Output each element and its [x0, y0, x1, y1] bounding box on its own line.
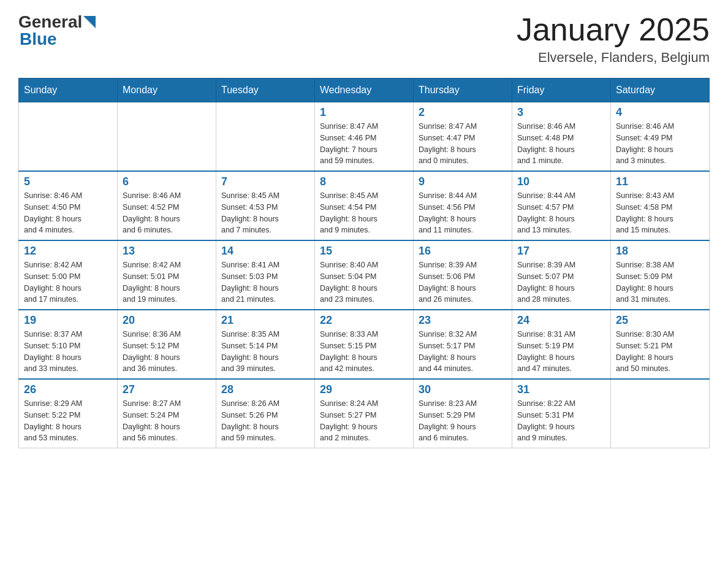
- day-number: 11: [616, 175, 704, 188]
- svg-marker-0: [83, 16, 96, 28]
- calendar-table: SundayMondayTuesdayWednesdayThursdayFrid…: [18, 78, 710, 448]
- day-info: Sunrise: 8:23 AMSunset: 5:29 PMDaylight:…: [419, 398, 507, 444]
- day-info: Sunrise: 8:32 AMSunset: 5:17 PMDaylight:…: [419, 329, 507, 375]
- calendar-cell: 17Sunrise: 8:39 AMSunset: 5:07 PMDayligh…: [512, 240, 611, 310]
- calendar-cell: 21Sunrise: 8:35 AMSunset: 5:14 PMDayligh…: [216, 310, 315, 379]
- day-info: Sunrise: 8:26 AMSunset: 5:26 PMDaylight:…: [221, 398, 309, 444]
- day-info: Sunrise: 8:29 AMSunset: 5:22 PMDaylight:…: [24, 398, 112, 444]
- day-info: Sunrise: 8:33 AMSunset: 5:15 PMDaylight:…: [320, 329, 408, 375]
- logo-arrow-icon: [83, 16, 96, 28]
- calendar-cell: 14Sunrise: 8:41 AMSunset: 5:03 PMDayligh…: [216, 240, 315, 310]
- calendar-cell: 16Sunrise: 8:39 AMSunset: 5:06 PMDayligh…: [414, 240, 512, 310]
- title-section: January 2025 Elversele, Flanders, Belgiu…: [517, 12, 710, 66]
- calendar-cell: 1Sunrise: 8:47 AMSunset: 4:46 PMDaylight…: [315, 102, 414, 172]
- day-number: 28: [221, 383, 309, 396]
- day-info: Sunrise: 8:39 AMSunset: 5:07 PMDaylight:…: [517, 259, 605, 305]
- calendar-cell: 4Sunrise: 8:46 AMSunset: 4:49 PMDaylight…: [611, 102, 710, 172]
- calendar-cell: 24Sunrise: 8:31 AMSunset: 5:19 PMDayligh…: [512, 310, 611, 379]
- week-row-3: 12Sunrise: 8:42 AMSunset: 5:00 PMDayligh…: [19, 240, 710, 310]
- day-info: Sunrise: 8:39 AMSunset: 5:06 PMDaylight:…: [419, 259, 507, 305]
- day-info: Sunrise: 8:44 AMSunset: 4:56 PMDaylight:…: [419, 190, 507, 236]
- day-number: 15: [320, 245, 408, 258]
- day-number: 13: [123, 245, 211, 258]
- calendar-cell: 7Sunrise: 8:45 AMSunset: 4:53 PMDaylight…: [216, 171, 315, 240]
- day-headers-row: SundayMondayTuesdayWednesdayThursdayFrid…: [19, 79, 710, 102]
- day-number: 24: [517, 314, 605, 327]
- day-number: 9: [419, 175, 507, 188]
- calendar-cell: 30Sunrise: 8:23 AMSunset: 5:29 PMDayligh…: [414, 379, 512, 448]
- calendar-cell: 18Sunrise: 8:38 AMSunset: 5:09 PMDayligh…: [611, 240, 710, 310]
- day-info: Sunrise: 8:46 AMSunset: 4:48 PMDaylight:…: [517, 121, 605, 167]
- day-number: 5: [24, 175, 112, 188]
- day-number: 23: [419, 314, 507, 327]
- calendar-cell: 13Sunrise: 8:42 AMSunset: 5:01 PMDayligh…: [118, 240, 216, 310]
- calendar-cell: 26Sunrise: 8:29 AMSunset: 5:22 PMDayligh…: [19, 379, 118, 448]
- day-info: Sunrise: 8:27 AMSunset: 5:24 PMDaylight:…: [123, 398, 211, 444]
- location-title: Elversele, Flanders, Belgium: [517, 50, 710, 66]
- day-number: 26: [24, 383, 112, 396]
- day-info: Sunrise: 8:30 AMSunset: 5:21 PMDaylight:…: [616, 329, 704, 375]
- day-info: Sunrise: 8:46 AMSunset: 4:52 PMDaylight:…: [123, 190, 211, 236]
- day-info: Sunrise: 8:45 AMSunset: 4:53 PMDaylight:…: [221, 190, 309, 236]
- page-header: General Blue January 2025 Elversele, Fla…: [18, 12, 710, 66]
- calendar-cell: 10Sunrise: 8:44 AMSunset: 4:57 PMDayligh…: [512, 171, 611, 240]
- calendar-cell: [611, 379, 710, 448]
- day-number: 6: [123, 175, 211, 188]
- day-number: 18: [616, 245, 704, 258]
- calendar-cell: 8Sunrise: 8:45 AMSunset: 4:54 PMDaylight…: [315, 171, 414, 240]
- calendar-cell: [118, 102, 216, 172]
- week-row-1: 1Sunrise: 8:47 AMSunset: 4:46 PMDaylight…: [19, 102, 710, 172]
- logo: General Blue: [18, 12, 96, 49]
- day-info: Sunrise: 8:31 AMSunset: 5:19 PMDaylight:…: [517, 329, 605, 375]
- day-number: 4: [616, 106, 704, 119]
- day-number: 10: [517, 175, 605, 188]
- day-info: Sunrise: 8:36 AMSunset: 5:12 PMDaylight:…: [123, 329, 211, 375]
- day-header-thursday: Thursday: [414, 79, 512, 102]
- day-info: Sunrise: 8:46 AMSunset: 4:50 PMDaylight:…: [24, 190, 112, 236]
- calendar-cell: [216, 102, 315, 172]
- day-number: 16: [419, 245, 507, 258]
- calendar-cell: 19Sunrise: 8:37 AMSunset: 5:10 PMDayligh…: [19, 310, 118, 379]
- day-info: Sunrise: 8:42 AMSunset: 5:00 PMDaylight:…: [24, 259, 112, 305]
- day-number: 29: [320, 383, 408, 396]
- day-number: 14: [221, 245, 309, 258]
- day-number: 27: [123, 383, 211, 396]
- day-info: Sunrise: 8:41 AMSunset: 5:03 PMDaylight:…: [221, 259, 309, 305]
- day-info: Sunrise: 8:44 AMSunset: 4:57 PMDaylight:…: [517, 190, 605, 236]
- day-number: 8: [320, 175, 408, 188]
- day-info: Sunrise: 8:38 AMSunset: 5:09 PMDaylight:…: [616, 259, 704, 305]
- calendar-cell: 2Sunrise: 8:47 AMSunset: 4:47 PMDaylight…: [414, 102, 512, 172]
- day-info: Sunrise: 8:22 AMSunset: 5:31 PMDaylight:…: [517, 398, 605, 444]
- day-number: 12: [24, 245, 112, 258]
- calendar-cell: 5Sunrise: 8:46 AMSunset: 4:50 PMDaylight…: [19, 171, 118, 240]
- day-header-tuesday: Tuesday: [216, 79, 315, 102]
- calendar-cell: 22Sunrise: 8:33 AMSunset: 5:15 PMDayligh…: [315, 310, 414, 379]
- day-number: 20: [123, 314, 211, 327]
- week-row-4: 19Sunrise: 8:37 AMSunset: 5:10 PMDayligh…: [19, 310, 710, 379]
- day-number: 31: [517, 383, 605, 396]
- calendar-cell: [19, 102, 118, 172]
- day-number: 1: [320, 106, 408, 119]
- day-info: Sunrise: 8:40 AMSunset: 5:04 PMDaylight:…: [320, 259, 408, 305]
- day-info: Sunrise: 8:45 AMSunset: 4:54 PMDaylight:…: [320, 190, 408, 236]
- day-number: 2: [419, 106, 507, 119]
- day-header-sunday: Sunday: [19, 79, 118, 102]
- calendar-cell: 11Sunrise: 8:43 AMSunset: 4:58 PMDayligh…: [611, 171, 710, 240]
- day-number: 3: [517, 106, 605, 119]
- week-row-5: 26Sunrise: 8:29 AMSunset: 5:22 PMDayligh…: [19, 379, 710, 448]
- calendar-cell: 31Sunrise: 8:22 AMSunset: 5:31 PMDayligh…: [512, 379, 611, 448]
- calendar-cell: 3Sunrise: 8:46 AMSunset: 4:48 PMDaylight…: [512, 102, 611, 172]
- day-number: 19: [24, 314, 112, 327]
- day-header-saturday: Saturday: [611, 79, 710, 102]
- calendar-cell: 15Sunrise: 8:40 AMSunset: 5:04 PMDayligh…: [315, 240, 414, 310]
- day-number: 30: [419, 383, 507, 396]
- day-header-friday: Friday: [512, 79, 611, 102]
- calendar-cell: 27Sunrise: 8:27 AMSunset: 5:24 PMDayligh…: [118, 379, 216, 448]
- day-number: 17: [517, 245, 605, 258]
- day-number: 7: [221, 175, 309, 188]
- day-info: Sunrise: 8:47 AMSunset: 4:47 PMDaylight:…: [419, 121, 507, 167]
- calendar-cell: 23Sunrise: 8:32 AMSunset: 5:17 PMDayligh…: [414, 310, 512, 379]
- calendar-cell: 9Sunrise: 8:44 AMSunset: 4:56 PMDaylight…: [414, 171, 512, 240]
- day-info: Sunrise: 8:35 AMSunset: 5:14 PMDaylight:…: [221, 329, 309, 375]
- day-info: Sunrise: 8:47 AMSunset: 4:46 PMDaylight:…: [320, 121, 408, 167]
